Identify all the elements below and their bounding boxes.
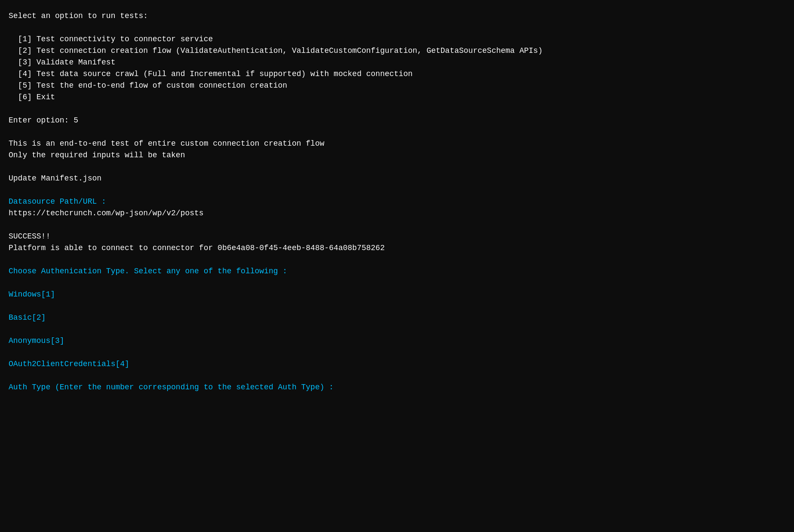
- terminal-empty-line: [9, 347, 785, 358]
- terminal-line: https://techcrunch.com/wp-json/wp/v2/pos…: [9, 208, 785, 219]
- terminal-empty-line: [9, 277, 785, 289]
- terminal-empty-line: [9, 370, 785, 382]
- terminal-line: Basic[2]: [9, 312, 785, 324]
- terminal-line: Auth Type (Enter the number correspondin…: [9, 382, 785, 393]
- terminal-line: Datasource Path/URL :: [9, 196, 785, 208]
- terminal-empty-line: [9, 219, 785, 231]
- terminal-line: Anonymous[3]: [9, 335, 785, 347]
- terminal-line: Choose Authenication Type. Select any on…: [9, 266, 785, 277]
- terminal-window: Select an option to run tests: [1] Test …: [9, 10, 785, 393]
- terminal-line: OAuth2ClientCredentials[4]: [9, 358, 785, 370]
- terminal-empty-line: [9, 22, 785, 34]
- terminal-content: Select an option to run tests: [1] Test …: [9, 10, 785, 393]
- terminal-empty-line: [9, 324, 785, 335]
- terminal-line: Select an option to run tests:: [9, 10, 785, 22]
- terminal-empty-line: [9, 103, 785, 115]
- terminal-empty-line: [9, 184, 785, 196]
- terminal-line: Platform is able to connect to connector…: [9, 242, 785, 254]
- terminal-line: Windows[1]: [9, 289, 785, 300]
- terminal-line: [5] Test the end-to-end flow of custom c…: [9, 80, 785, 92]
- terminal-empty-line: [9, 254, 785, 266]
- terminal-line: [2] Test connection creation flow (Valid…: [9, 45, 785, 57]
- terminal-line: Only the required inputs will be taken: [9, 150, 785, 161]
- terminal-line: [4] Test data source crawl (Full and Inc…: [9, 68, 785, 80]
- terminal-empty-line: [9, 300, 785, 312]
- terminal-line: This is an end-to-end test of entire cus…: [9, 138, 785, 150]
- terminal-line: Enter option: 5: [9, 115, 785, 126]
- terminal-line: Update Manifest.json: [9, 173, 785, 184]
- terminal-empty-line: [9, 161, 785, 173]
- terminal-empty-line: [9, 126, 785, 138]
- terminal-line: [1] Test connectivity to connector servi…: [9, 34, 785, 45]
- terminal-line: [3] Validate Manifest: [9, 57, 785, 68]
- terminal-line: SUCCESS!!: [9, 231, 785, 242]
- terminal-line: [6] Exit: [9, 92, 785, 103]
